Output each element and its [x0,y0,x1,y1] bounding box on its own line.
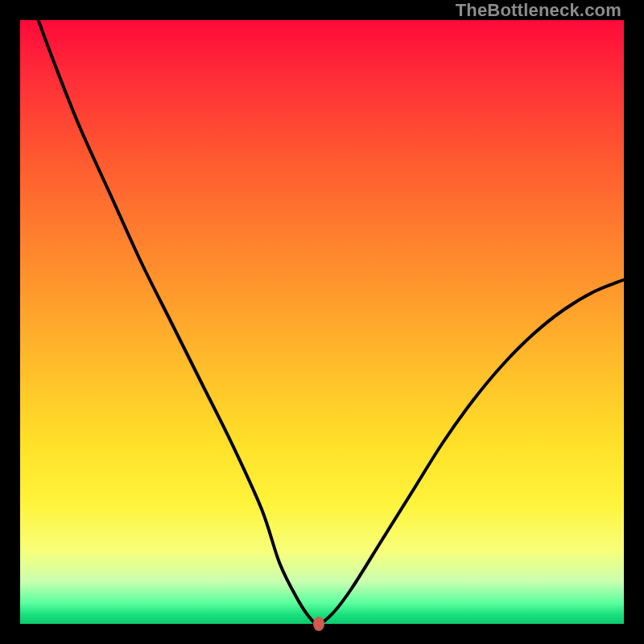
plot-area [20,20,624,624]
watermark-text: TheBottleneck.com [456,0,621,21]
bottleneck-curve [20,20,624,624]
optimum-marker [313,617,324,631]
chart-frame: TheBottleneck.com [0,0,644,644]
